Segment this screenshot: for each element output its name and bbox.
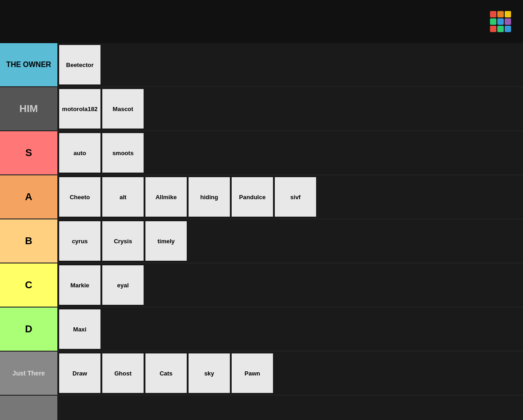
tier-label-justthere: Just There xyxy=(0,352,57,395)
tier-items-c: Markieeyal xyxy=(57,263,523,307)
tier-item[interactable]: cyrus xyxy=(59,221,100,261)
tier-items-d: Maxi xyxy=(57,308,523,351)
tier-table: THE OWNERBeetectorHIMmotorola182MascotSa… xyxy=(0,43,523,420)
tier-item[interactable]: sky xyxy=(189,353,230,393)
tier-items-blank xyxy=(57,396,523,420)
tier-row-b: BcyrusCrysistimely xyxy=(0,219,523,263)
tier-items-s: autosmoots xyxy=(57,131,523,174)
tier-items-justthere: DrawGhostCatsskyPawn xyxy=(57,352,523,395)
tier-item[interactable]: auto xyxy=(59,133,100,173)
tier-item[interactable]: Pawn xyxy=(232,353,273,393)
tier-items-a: CheetoaltAllmikehidingPandulcesivf xyxy=(57,175,523,218)
tier-item[interactable]: hiding xyxy=(189,177,230,217)
tier-label-owner: THE OWNER xyxy=(0,43,57,86)
tier-item[interactable]: Ghost xyxy=(102,353,144,393)
tier-item[interactable]: Cats xyxy=(145,353,187,393)
tier-item[interactable]: Draw xyxy=(59,353,100,393)
tier-item[interactable]: Markie xyxy=(59,265,100,305)
tier-row-blank xyxy=(0,396,523,420)
tier-items-him: motorola182Mascot xyxy=(57,87,523,130)
tier-item[interactable]: Pandulce xyxy=(232,177,273,217)
tier-items-owner: Beetector xyxy=(57,43,523,86)
tier-label-him: HIM xyxy=(0,87,57,130)
tier-item[interactable]: Cheeto xyxy=(59,177,100,217)
tier-row-him: HIMmotorola182Mascot xyxy=(0,87,523,131)
header xyxy=(0,0,523,43)
tier-label-c: C xyxy=(0,263,57,307)
tier-item[interactable]: sivf xyxy=(275,177,316,217)
tier-item[interactable]: motorola182 xyxy=(59,89,100,129)
tier-row-c: CMarkieeyal xyxy=(0,263,523,308)
tier-label-s: S xyxy=(0,131,57,174)
tier-row-d: DMaxi xyxy=(0,308,523,352)
tier-items-b: cyrusCrysistimely xyxy=(57,219,523,263)
tier-item[interactable]: timely xyxy=(145,221,187,261)
tier-label-d: D xyxy=(0,308,57,351)
tier-row-justthere: Just ThereDrawGhostCatsskyPawn xyxy=(0,352,523,396)
tier-item[interactable]: alt xyxy=(102,177,144,217)
logo-grid-icon xyxy=(490,11,511,32)
tier-item[interactable]: Beetector xyxy=(59,45,100,84)
tier-item[interactable]: eyal xyxy=(102,265,144,305)
tier-item[interactable]: Mascot xyxy=(102,89,144,129)
tier-label-blank xyxy=(0,396,57,420)
tiermaker-logo xyxy=(490,11,516,32)
tier-row-owner: THE OWNERBeetector xyxy=(0,43,523,87)
tier-item[interactable]: smoots xyxy=(102,133,144,173)
tier-label-b: B xyxy=(0,219,57,263)
tier-row-s: Sautosmoots xyxy=(0,131,523,175)
tier-row-a: ACheetoaltAllmikehidingPandulcesivf xyxy=(0,175,523,219)
tier-item[interactable]: Crysis xyxy=(102,221,144,261)
tier-item[interactable]: Allmike xyxy=(145,177,187,217)
tier-label-a: A xyxy=(0,175,57,218)
tier-item[interactable]: Maxi xyxy=(59,309,100,349)
